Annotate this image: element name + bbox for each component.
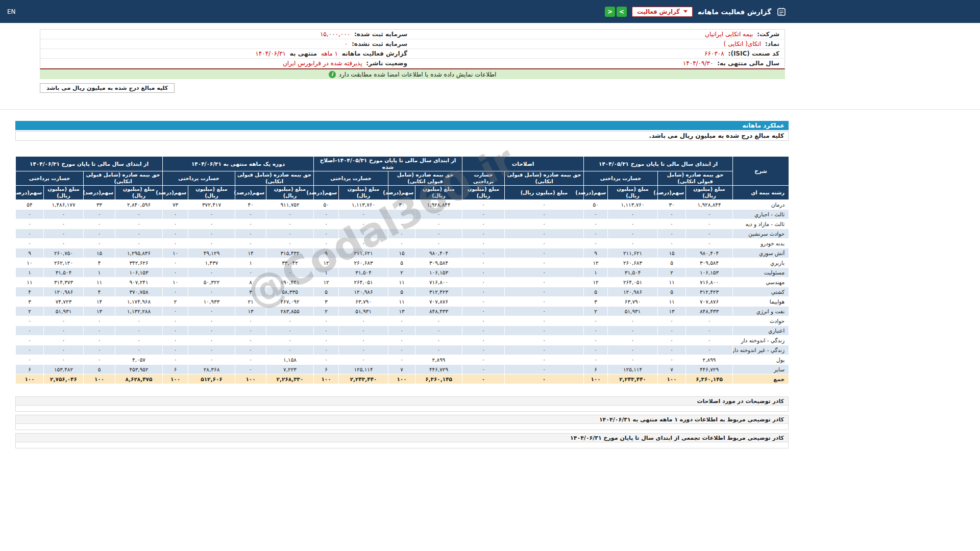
value-cell: ۲ — [584, 307, 608, 316]
value-cell: ۰ — [339, 355, 388, 365]
report-type-dropdown[interactable]: گزارش فعالیت — [632, 7, 693, 17]
value-cell: ۵ — [388, 287, 415, 297]
value-cell: ۰ — [44, 336, 84, 345]
value-cell: ۰ — [462, 345, 505, 355]
value-cell: ۰ — [608, 336, 658, 345]
value-cell: ۰ — [115, 326, 163, 336]
value-cell: ۳۱,۵۰۴ — [608, 268, 658, 278]
value-cell: ۰ — [163, 287, 188, 297]
value-cell: ۰ — [163, 336, 188, 345]
value-cell: ۰ — [505, 336, 584, 345]
fiscal-year-row: سال مالی منتهی به: ۱۴۰۴/۰۹/۳۰ — [412, 59, 785, 68]
value-cell: ۳۷۲,۴۱۷ — [188, 200, 235, 210]
value-cell: ۰ — [188, 229, 235, 239]
value-cell: ۰ — [505, 297, 584, 307]
value-cell: ۲۶۴,۰۵۱ — [339, 278, 388, 287]
table-total-row: جمع۶,۳۶۰,۱۴۵۱۰۰۲,۲۴۳,۴۴۰۱۰۰۰۰۶,۳۶۰,۱۴۵۱۰… — [16, 374, 789, 384]
value-cell: ۰ — [235, 268, 266, 278]
value-cell: ۴,۰۵۷ — [115, 355, 163, 365]
monthly-report-icon — [776, 7, 787, 17]
value-cell: ۲۸۳,۸۵۵ — [266, 307, 314, 316]
value-cell: ۰ — [462, 336, 505, 345]
company-label: شرکت: — [757, 31, 779, 38]
value-cell: ۰ — [584, 229, 608, 239]
value-cell: ۰ — [584, 239, 608, 248]
value-cell: ۰ — [608, 239, 658, 248]
col-group-ytd-0531-adjusted: از ابتدای سال مالی تا پایان مورخ ۱۴۰۴/۰۵… — [314, 157, 462, 171]
value-cell: ۰ — [163, 355, 188, 365]
value-cell: ۱۲ — [584, 278, 608, 287]
value-cell: ۰ — [188, 210, 235, 219]
value-cell: ۰ — [188, 345, 235, 355]
value-cell: ۱۰۰ — [584, 374, 608, 384]
language-toggle[interactable]: EN — [7, 8, 16, 15]
registered-capital-value: ۱۵,۰۰۰,۰۰۰ — [320, 31, 350, 38]
value-cell: ۱۱ — [16, 278, 44, 287]
value-cell: ۵۱,۹۳۱ — [608, 307, 658, 316]
value-cell: ۱۳ — [388, 307, 415, 316]
value-cell: ۰ — [235, 219, 266, 229]
value-cell: ۱۳ — [235, 307, 266, 316]
table-row: اعتباري۰۰۰۰۰۰۰۰۰۰۰۰۰۰۰۰۰۰ — [16, 326, 789, 336]
value-cell: ۱۲۵,۱۱۴ — [608, 365, 658, 374]
insurance-line-label: ثالث - مازاد و دیه — [733, 219, 789, 229]
value-cell: ۴ — [16, 287, 44, 297]
page-divider — [0, 109, 980, 110]
value-cell: ۶,۳۶۰,۱۴۵ — [415, 374, 462, 384]
value-cell: ۰ — [188, 326, 235, 336]
header-row-measures: حق بیمه صادره (شامل قبولی اتکایی) خسارت … — [16, 171, 789, 186]
symbol-label: نماد: — [765, 40, 779, 47]
value-cell: ۰ — [388, 345, 415, 355]
value-cell: ۰ — [235, 229, 266, 239]
value-cell: ۰ — [505, 239, 584, 248]
value-cell: ۳۱,۵۰۴ — [339, 268, 388, 278]
col-group-ytd-0531: از ابتدای سال مالی تا پایان مورخ ۱۴۰۴/۰۵… — [584, 157, 733, 171]
value-cell: ۰ — [415, 210, 462, 219]
value-cell: ۰ — [44, 219, 84, 229]
col-leaf-amount: مبلغ (میلیون ریال) — [188, 186, 235, 200]
value-cell: ۸۴۸,۴۳۳ — [415, 307, 462, 316]
col-header-description: شرح — [733, 157, 789, 186]
value-cell: ۰ — [266, 316, 314, 326]
table-row: مسئولیت۱۰۶,۱۵۳۲۳۱,۵۰۴۱۰۰۱۰۶,۱۵۳۲۳۱,۵۰۴۱۰… — [16, 268, 789, 278]
performance-table: شرح از ابتدای سال مالی تا پایان مورخ ۱۴۰… — [15, 156, 789, 384]
value-cell: ۰ — [658, 355, 686, 365]
value-cell: ۰ — [584, 345, 608, 355]
value-cell: ۱۲۵,۱۱۴ — [339, 365, 388, 374]
value-cell: ۰ — [266, 268, 314, 278]
prev-report-button[interactable]: < — [617, 7, 627, 17]
value-cell: ۰ — [505, 200, 584, 210]
value-cell: ۶۳,۷۹۰ — [608, 297, 658, 307]
value-cell: ۱,۱۷۴,۹۶۸ — [115, 297, 163, 307]
value-cell: ۰ — [658, 326, 686, 336]
value-cell: ۰ — [16, 229, 44, 239]
insurance-line-label: هواپیما — [733, 297, 789, 307]
info-col-right: شرکت: بیمه اتکایی ایرانیان نماد: اتکای( … — [412, 30, 785, 68]
value-cell: ۰ — [388, 316, 415, 326]
value-cell: ۰ — [608, 219, 658, 229]
value-cell: ۹۸۰,۴۰۴ — [686, 248, 733, 258]
value-cell: ۱۵۳,۴۸۲ — [44, 365, 84, 374]
value-cell: ۳۰۹,۵۸۴ — [686, 258, 733, 268]
value-cell: ۰ — [388, 355, 415, 365]
value-cell: ۰ — [462, 316, 505, 326]
value-cell: ۰ — [266, 239, 314, 248]
value-cell: ۱۰۶,۱۵۳ — [686, 268, 733, 278]
value-cell: ۰ — [462, 258, 505, 268]
table-row: حوادث۰۰۰۰۰۰۰۰۰۰۰۰۰۰۰۰۰۰ — [16, 316, 789, 326]
value-cell: ۳۱۲,۴۲۳ — [415, 287, 462, 297]
value-cell: ۰ — [44, 316, 84, 326]
value-cell: ۰ — [314, 210, 339, 219]
col-leaf-amount: مبلغ (میلیون ریال) — [462, 186, 505, 200]
unregistered-capital-row: سرمایه ثبت نشده: ۰ — [40, 39, 412, 49]
value-cell: ۰ — [584, 355, 608, 365]
value-cell: ۹۸۰,۴۰۴ — [415, 248, 462, 258]
value-cell: ۸ — [235, 278, 266, 287]
value-cell: ۰ — [44, 239, 84, 248]
value-cell: ۱۲ — [314, 258, 339, 268]
insurance-line-label: ثالث - اجباري — [733, 210, 789, 219]
next-report-button[interactable]: > — [605, 7, 615, 17]
value-cell: ۱۰۰ — [314, 374, 339, 384]
signature-match-notice: اطلاعات نمایش داده شده با اطلاعات امضا ش… — [40, 69, 785, 79]
value-cell: ۱ — [584, 268, 608, 278]
